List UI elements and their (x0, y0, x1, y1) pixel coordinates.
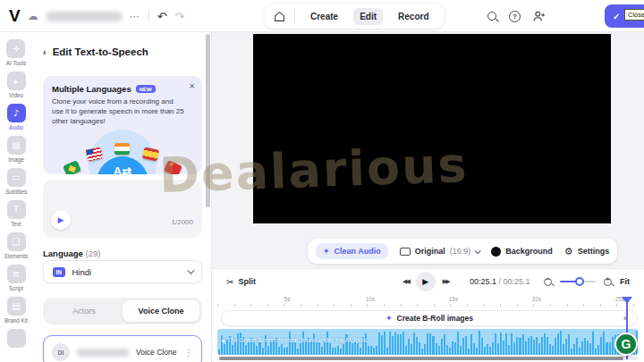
language-value: Hindi (72, 267, 92, 277)
language-dropdown[interactable]: IN Hindi (43, 260, 202, 283)
invite-user-icon[interactable] (533, 11, 546, 21)
background-button[interactable]: Background (491, 247, 553, 257)
top-bar: V ☁ ⋯ ↶ ↷ Create Edit Record ? ✓ Done Cl… (0, 0, 644, 32)
promo-title: Multiple Languages (52, 84, 131, 94)
language-count: (29) (86, 248, 101, 258)
ratio-value: (16:9) (450, 247, 471, 256)
avatar: DI (52, 343, 70, 361)
check-icon: ✓ (613, 12, 620, 21)
back-icon[interactable]: ‹ (43, 46, 47, 57)
search-icon[interactable] (487, 12, 496, 21)
new-badge: NEW (136, 85, 156, 93)
background-color-swatch (491, 247, 501, 257)
clean-audio-button[interactable]: ✦ Clean Audio (316, 243, 388, 259)
gear-icon: ⚙ (564, 246, 573, 257)
timeline: ✂ Split ◀◀ ▶ ▶▶ 00:25.1 / 00:25.1 − (212, 268, 644, 362)
grammarly-badge[interactable]: G (614, 333, 638, 356)
panel-title: Edit Text-to-Speech (53, 46, 148, 57)
editor-stage: ✦ Clean Audio Original (16:9) Background… (212, 32, 644, 362)
frame-icon (400, 248, 411, 256)
audio-track[interactable]: ◈ The Green Screen feature, found under … (217, 329, 638, 355)
languages-illustration: A⇄ (43, 126, 202, 174)
timeline-scrollbar-thumb[interactable] (219, 357, 623, 360)
india-flag-icon (114, 143, 130, 155)
slider-knob[interactable] (575, 277, 584, 286)
panel-scrollbar[interactable] (206, 34, 210, 207)
help-icon[interactable]: ? (509, 11, 521, 22)
home-icon[interactable] (274, 11, 285, 22)
sidebar-item-audio[interactable]: ♪ Audio (7, 104, 26, 130)
tts-text-area[interactable]: ▶ 1/2000 (43, 180, 202, 238)
project-more-menu[interactable]: ⋯ (130, 11, 140, 22)
promo-close-icon[interactable]: ✕ (189, 82, 195, 90)
undo-icon[interactable]: ↶ (157, 10, 167, 23)
voice-tabs: Actors Voice Clone (43, 298, 202, 324)
current-time: 00:25.1 (470, 277, 496, 286)
elements-icon: ❏ (7, 232, 26, 251)
redo-icon[interactable]: ↷ (175, 10, 185, 23)
create-broll-button[interactable]: ✦ Create B-Roll images ✕ (221, 310, 638, 326)
video-canvas[interactable] (253, 34, 611, 223)
play-button[interactable]: ▶ (416, 272, 436, 291)
mode-switcher: Create Edit Record (265, 4, 444, 29)
tab-edit[interactable]: Edit (353, 8, 383, 25)
audio-icon: ♪ (7, 104, 26, 122)
sidebar-item-subtitles[interactable]: ▭ Subtitles (5, 168, 27, 195)
project-name-blurred[interactable] (47, 12, 122, 21)
scissors-icon: ✂ (226, 277, 233, 287)
sidebar-item-video[interactable]: ▸ Video (7, 72, 26, 98)
sidebar-item-more[interactable] (7, 329, 26, 348)
timeline-zoom-slider[interactable] (560, 281, 596, 283)
tab-create[interactable]: Create (304, 8, 344, 25)
sidebar-item-text[interactable]: T Text (7, 200, 26, 227)
tab-actors[interactable]: Actors (46, 300, 123, 322)
veed-logo[interactable]: V (9, 6, 20, 26)
forward-button[interactable]: ▶▶ (443, 278, 449, 285)
image-icon: ▨ (7, 136, 26, 155)
multiple-languages-card: Multiple Languages NEW ✕ Clone your voic… (43, 76, 202, 174)
ai-tools-icon: ✛ (6, 39, 25, 58)
split-button[interactable]: ✂ Split (226, 277, 256, 287)
kebab-menu-icon[interactable]: ⋮ (184, 348, 193, 358)
timeline-scrollbar (217, 357, 638, 360)
chevron-down-icon (475, 248, 481, 254)
char-counter: 1/2000 (172, 218, 193, 226)
sidebar-item-image[interactable]: ▨ Image (7, 136, 26, 163)
time-ruler[interactable]: 5s 10s 15s 20s 25s (217, 296, 638, 307)
app-root: V ☁ ⋯ ↶ ↷ Create Edit Record ? ✓ Done Cl… (0, 0, 644, 362)
language-label: Language (29) (43, 248, 100, 258)
promo-body: Clone your voice from a recording and us… (43, 94, 195, 126)
cloud-sync-icon: ☁ (28, 10, 38, 22)
sidebar-item-brand-kit[interactable]: ▤ Brand Kit (4, 297, 28, 324)
preview-play-button[interactable]: ▶ (51, 210, 71, 230)
zoom-in-icon[interactable]: + (604, 278, 612, 286)
tab-voice-clone[interactable]: Voice Clone (123, 300, 199, 322)
track-caption: ◈ The Green Screen feature, found under … (221, 337, 372, 344)
clone-name-blurred (77, 349, 129, 357)
divider (294, 10, 295, 22)
text-icon: T (7, 200, 26, 219)
brazil-flag-icon (63, 160, 81, 174)
total-time: 00:25.1 (504, 277, 530, 286)
india-lang-badge: IN (53, 267, 65, 277)
canvas-toolbar: ✦ Clean Audio Original (16:9) Background… (308, 239, 617, 264)
video-icon: ▸ (7, 72, 26, 90)
zoom-out-icon[interactable]: − (544, 278, 552, 286)
subtitles-icon: ▭ (7, 168, 26, 187)
chevron-down-icon (187, 266, 194, 274)
more-icon (7, 329, 26, 348)
voice-clone-item[interactable]: DI Voice Clone ⋮ (43, 335, 202, 362)
rewind-button[interactable]: ◀◀ (402, 278, 409, 285)
feature-rail: ✛ AI Tools ▸ Video ♪ Audio ▨ Image ▭ Sub… (0, 32, 32, 362)
sparkle-icon: ✦ (386, 314, 393, 323)
script-icon: ≣ (7, 265, 26, 283)
fit-button[interactable]: Fit (620, 277, 630, 286)
close-tooltip: Close (624, 9, 644, 21)
sidebar-item-script[interactable]: ≣ Script (7, 265, 26, 291)
sidebar-item-elements[interactable]: ❏ Elements (4, 232, 28, 259)
settings-button[interactable]: ⚙ Settings (564, 246, 609, 257)
sidebar-item-ai-tools[interactable]: ✛ AI Tools (6, 39, 26, 66)
aspect-ratio-button[interactable]: Original (16:9) (400, 247, 480, 256)
timeline-toolbar: ✂ Split ◀◀ ▶ ▶▶ 00:25.1 / 00:25.1 − (212, 269, 644, 294)
tab-record[interactable]: Record (392, 8, 435, 25)
